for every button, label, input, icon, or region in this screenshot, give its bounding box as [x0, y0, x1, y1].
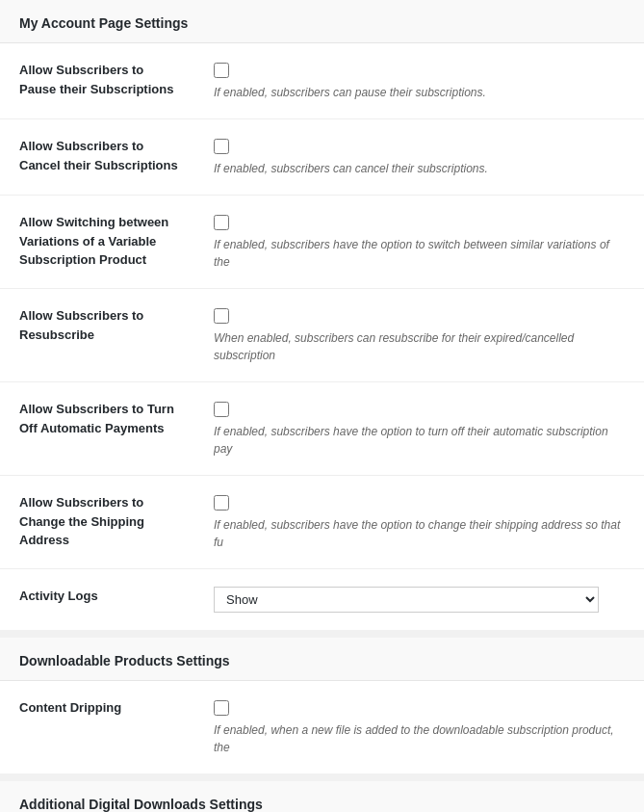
row-label-pause: Allow Subscribers to Pause their Subscri… [0, 43, 202, 119]
help-text-cancel: If enabled, subscribers can cancel their… [214, 160, 625, 177]
row-label-activity-logs: Activity Logs [0, 569, 202, 631]
checkbox-content-dripping[interactable] [214, 700, 229, 716]
checkbox-pause[interactable] [214, 63, 229, 78]
settings-row-shipping: Allow Subscribers to Change the Shipping… [0, 476, 644, 569]
row-control-shipping: If enabled, subscribers have the option … [202, 476, 644, 569]
row-control-resubscribe: When enabled, subscribers can resubscrib… [202, 289, 644, 382]
row-label-shipping: Allow Subscribers to Change the Shipping… [0, 476, 202, 569]
checkbox-wrapper-content-dripping: If enabled, when a new file is added to … [214, 698, 625, 756]
section-title-downloadable: Downloadable Products Settings [0, 638, 644, 681]
checkbox-auto-payments[interactable] [214, 402, 229, 417]
settings-row-auto-payments: Allow Subscribers to Turn Off Automatic … [0, 382, 644, 476]
checkbox-wrapper-switch: If enabled, subscribers have the option … [214, 213, 625, 271]
help-text-content-dripping: If enabled, when a new file is added to … [214, 721, 625, 756]
checkbox-switch[interactable] [214, 215, 229, 230]
settings-table-my-account: Allow Subscribers to Pause their Subscri… [0, 43, 644, 630]
row-control-cancel: If enabled, subscribers can cancel their… [202, 119, 644, 196]
settings-container: My Account Page SettingsAllow Subscriber… [0, 0, 644, 812]
section-title-additional-digital: Additional Digital Downloads Settings [0, 781, 644, 812]
settings-row-pause: Allow Subscribers to Pause their Subscri… [0, 43, 644, 119]
row-label-resubscribe: Allow Subscribers to Resubscribe [0, 289, 202, 382]
settings-row-content-dripping: Content DrippingIf enabled, when a new f… [0, 681, 644, 773]
section-title-my-account: My Account Page Settings [0, 0, 644, 43]
checkbox-shipping[interactable] [214, 495, 229, 511]
checkbox-cancel[interactable] [214, 139, 229, 154]
checkbox-wrapper-resubscribe: When enabled, subscribers can resubscrib… [214, 306, 625, 364]
checkbox-resubscribe[interactable] [214, 308, 229, 324]
settings-row-resubscribe: Allow Subscribers to ResubscribeWhen ena… [0, 289, 644, 382]
section-divider [0, 630, 644, 638]
row-label-auto-payments: Allow Subscribers to Turn Off Automatic … [0, 382, 202, 476]
row-label-switch: Allow Switching between Variations of a … [0, 196, 202, 289]
checkbox-wrapper-cancel: If enabled, subscribers can cancel their… [214, 137, 625, 177]
row-label-content-dripping: Content Dripping [0, 681, 202, 773]
row-control-auto-payments: If enabled, subscribers have the option … [202, 382, 644, 476]
help-text-auto-payments: If enabled, subscribers have the option … [214, 423, 625, 458]
checkbox-wrapper-shipping: If enabled, subscribers have the option … [214, 493, 625, 551]
help-text-pause: If enabled, subscribers can pause their … [214, 84, 625, 101]
settings-row-switch: Allow Switching between Variations of a … [0, 196, 644, 289]
checkbox-wrapper-pause: If enabled, subscribers can pause their … [214, 61, 625, 101]
row-control-pause: If enabled, subscribers can pause their … [202, 43, 644, 119]
row-control-switch: If enabled, subscribers have the option … [202, 196, 644, 289]
settings-table-downloadable: Content DrippingIf enabled, when a new f… [0, 681, 644, 773]
section-divider [0, 773, 644, 781]
row-label-cancel: Allow Subscribers to Cancel their Subscr… [0, 119, 202, 196]
settings-row-cancel: Allow Subscribers to Cancel their Subscr… [0, 119, 644, 196]
help-text-switch: If enabled, subscribers have the option … [214, 236, 625, 271]
select-activity-logs[interactable]: ShowHide [214, 587, 599, 613]
row-control-activity-logs: ShowHide [202, 569, 644, 631]
checkbox-wrapper-auto-payments: If enabled, subscribers have the option … [214, 400, 625, 458]
row-control-content-dripping: If enabled, when a new file is added to … [202, 681, 644, 773]
help-text-resubscribe: When enabled, subscribers can resubscrib… [214, 329, 625, 364]
select-wrapper-activity-logs: ShowHide [214, 587, 625, 613]
settings-row-activity-logs: Activity LogsShowHide [0, 569, 644, 631]
help-text-shipping: If enabled, subscribers have the option … [214, 516, 625, 551]
